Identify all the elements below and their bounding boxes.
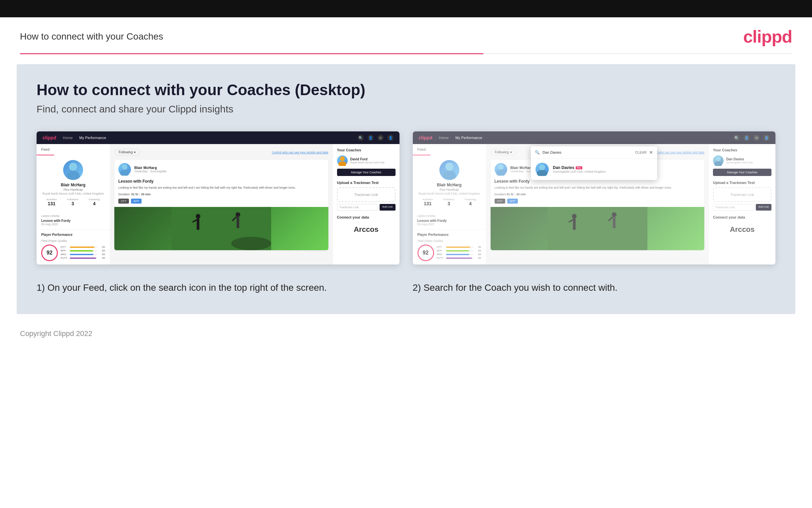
app-main-left: Following ▾ Control who can see your act… (110, 144, 333, 264)
svg-point-26 (714, 161, 722, 166)
bar-arg: ARG 86 (60, 253, 105, 256)
app-body-left: Feed Blair McHarg Plus Handicap (37, 144, 399, 264)
add-link-button[interactable]: Add Link (380, 204, 395, 211)
nav-performance-right: My Performance (456, 136, 482, 140)
post-text: Looking to feel like my hands are exitin… (114, 186, 328, 193)
latest-activity: Latest Activity Lesson with Fordy 03 Aug… (37, 214, 110, 229)
search-icon-right: 🔍 (733, 135, 739, 141)
svg-point-22 (612, 212, 616, 217)
coach-item: David Ford Royal North Devon Golf Club (337, 155, 395, 166)
screenshot-right: clippd Home My Performance 🔍 👤 ⚙ 👤 Feed (413, 131, 776, 264)
profile-stats: Activities 131 Followers 3 Following 4 (41, 198, 105, 206)
player-performance-right: Player Performance Total Player Quality … (413, 229, 486, 264)
btn-app[interactable]: APP (131, 199, 142, 204)
step2-desc: 2) Search for the Coach you wish to conn… (413, 281, 776, 294)
trackman-input-field[interactable]: Trackman Link (337, 204, 379, 211)
feed-label-right: Feed (413, 144, 430, 155)
svg-point-27 (539, 164, 545, 170)
profile-location: Royal North Devon Golf Club, United King… (41, 192, 105, 195)
clear-button[interactable]: CLEAR (635, 151, 647, 154)
duration-value: 01 hr : 30 min (131, 193, 151, 196)
stat-followers-value: 3 (67, 201, 79, 206)
svg-point-0 (69, 163, 77, 171)
trackman-input-row: Trackman Link Add Link (337, 204, 395, 211)
coach-name: David Ford (350, 157, 385, 161)
control-link[interactable]: Control who can see your activity and da… (272, 151, 328, 154)
dan-coach-club: Sunningdale Golf Club (726, 161, 753, 164)
post-image (114, 207, 328, 250)
trackman-box: Trackman Link (337, 187, 395, 202)
main-title: How to connect with your Coaches (Deskto… (37, 81, 775, 99)
svg-rect-20 (573, 218, 575, 230)
post-user-info: Blair McHarg Yesterday · Sunningdale (134, 166, 166, 173)
top-bar (0, 0, 812, 17)
nav-home[interactable]: Home (63, 136, 73, 140)
perf-title: Player Performance (41, 233, 105, 237)
footer: Copyright Clippd 2022 (0, 324, 812, 343)
search-bar-row: 🔍 Dan Davies CLEAR ✕ (531, 146, 657, 159)
bar-ott: OTT 90 (60, 246, 105, 249)
profile-stats-right: Activities131 Followers3 Following4 (418, 198, 481, 206)
close-icon[interactable]: ✕ (649, 150, 653, 155)
upload-title: Upload a Trackman Test (337, 181, 395, 185)
result-info: Dan Davies Pro Sunningdale Golf Club, Un… (553, 165, 606, 173)
search-icon[interactable]: 🔍 (357, 135, 364, 141)
profile-tag: Plus Handicap (41, 188, 105, 191)
settings-icon-right: ⚙ (754, 135, 760, 141)
svg-point-1 (66, 171, 80, 180)
stat-activities-label: Activities (46, 198, 57, 201)
post-header: Blair McHarg Yesterday · Sunningdale (114, 160, 328, 179)
profile-icon[interactable]: 👤 (368, 135, 374, 141)
nav-my-performance[interactable]: My Performance (80, 136, 106, 140)
search-overlay: 🔍 Dan Davies CLEAR ✕ Dan Davies (531, 146, 657, 180)
activity-name: Lesson with Fordy (41, 219, 105, 222)
post-card: Blair McHarg Yesterday · Sunningdale Les… (114, 160, 328, 250)
following-button[interactable]: Following ▾ (114, 149, 140, 156)
chevron-down-icon: ▾ (134, 151, 136, 154)
latest-activity-right: Latest Activity Lesson with Fordy 03 Aug… (413, 214, 486, 229)
feed-label[interactable]: Feed (37, 144, 54, 155)
arccos-logo: Arccos (337, 222, 395, 237)
search-input-display[interactable]: Dan Davies (542, 151, 632, 154)
quality-score: 92 (41, 245, 58, 261)
coach-info: David Ford Royal North Devon Golf Club (350, 157, 385, 164)
stat-followers: Followers 3 (67, 198, 79, 206)
svg-point-9 (236, 212, 240, 217)
app-right-right: Your Coaches Dan Davies Sunningdale Golf… (709, 144, 775, 264)
main-content: How to connect with your Coaches (Deskto… (17, 64, 795, 314)
bar-putt: PUTT 96 (60, 256, 105, 259)
user-icon[interactable]: 👤 (388, 135, 393, 141)
screenshot-left: clippd Home My Performance 🔍 👤 ⚙ 👤 (37, 131, 399, 264)
trackman-input-placeholder: Trackman Link (339, 206, 359, 209)
activity-date: 03 Aug 2022 (41, 222, 105, 226)
post-avatar (118, 163, 131, 176)
nav-home-right: Home (439, 136, 449, 140)
connect-title: Connect your data (337, 215, 395, 219)
dan-coach-info: Dan Davies Sunningdale Golf Club (726, 157, 753, 164)
stat-followers-label: Followers (67, 198, 79, 201)
btn-off[interactable]: OTT (118, 199, 129, 204)
svg-point-15 (443, 171, 456, 180)
result-name: Dan Davies Pro (553, 165, 606, 170)
svg-point-13 (338, 161, 346, 166)
search-result-item[interactable]: Dan Davies Pro Sunningdale Golf Club, Un… (531, 159, 657, 180)
settings-icon[interactable]: ⚙ (378, 135, 384, 141)
quality-row: 92 OTT 90 APP (41, 245, 105, 261)
manage-coaches-btn[interactable]: Manage Your Coaches (337, 169, 395, 176)
app-sidebar-right: Feed Blair McHarg Plus Handicap Royal No… (413, 144, 486, 264)
stat-activities-value: 131 (46, 201, 57, 206)
nav-icons: 🔍 👤 ⚙ 👤 (357, 135, 393, 141)
activity-label: Latest Activity (41, 214, 105, 218)
profile-section: Blair McHarg Plus Handicap Royal North D… (37, 155, 110, 214)
post-title: Lesson with Fordy (114, 179, 328, 186)
svg-point-28 (537, 170, 547, 176)
nav-logo: clippd (43, 135, 56, 140)
svg-point-17 (496, 170, 506, 176)
clippd-logo: clippd (743, 27, 792, 47)
stat-activities: Activities 131 (46, 198, 57, 206)
svg-point-25 (716, 156, 721, 161)
player-performance: Player Performance Total Player Quality … (37, 229, 110, 264)
stat-following-label: Following (89, 198, 100, 201)
result-location: Sunningdale Golf Club, United Kingdom (553, 170, 606, 173)
profile-section-right: Blair McHarg Plus Handicap Royal North D… (413, 155, 486, 214)
